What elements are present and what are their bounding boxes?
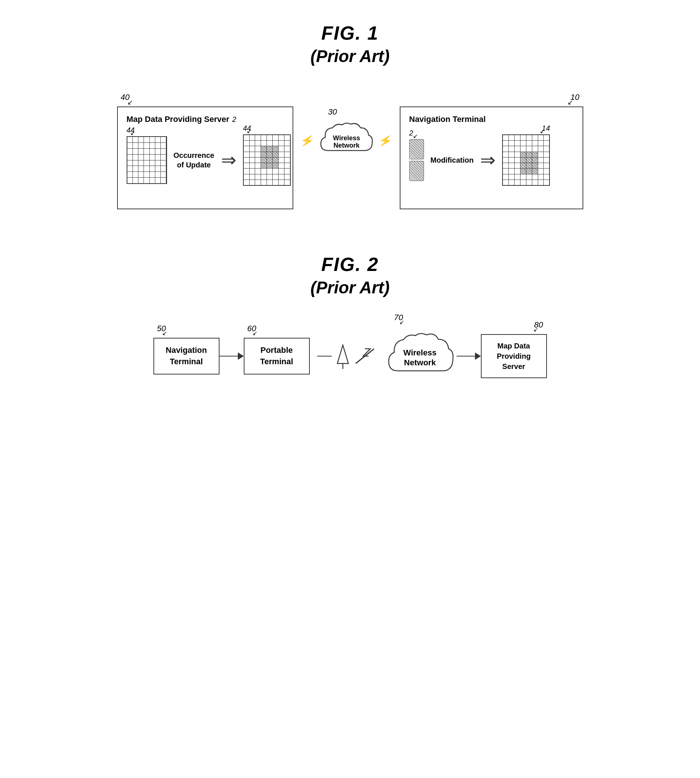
fig1-diagram: 40 ↙ Map Data Providing Server 2 44 ↙ [29,92,671,209]
signal-line-svg [354,345,376,367]
connector-1 [220,352,244,360]
cloud-svg-fig2: Wireless Network [383,331,457,382]
arrow-right-2: ⇒ [480,151,495,169]
wireless-transmission [317,343,376,369]
server-box-label: Map Data Providing Server [127,115,229,124]
page: FIG. 1 (Prior Art) 40 ↙ Map Data Providi… [0,0,700,778]
nav-inner: 2 ↙ Modification ⇒ 14 [409,134,574,186]
server-outer-box: Map Data Providing Server 2 44 ↙ // Will… [117,107,293,209]
right-grid-container: 44 ↙ [243,134,291,186]
nav-box-fig2: NavigationTerminal [153,338,220,374]
left-grid: // Will be generated by template script … [127,136,167,184]
fig1-title: FIG. 1 [321,22,378,44]
fig2-diagram: 50 ↙ NavigationTerminal 60 ↙ PortableTer… [29,331,671,382]
mapdata-box: Map DataProvidingServer [481,334,547,378]
right-grid [243,134,291,186]
left-grid-container: 44 ↙ // Will be generated by template sc… [127,136,167,184]
svg-text:Wireless: Wireless [333,134,360,142]
nav-label-fig2: NavigationTerminal [165,345,207,367]
wireless-ref: 30 [328,107,337,117]
portable-terminal-fig2: 60 ↙ PortableTerminal [244,338,310,374]
antenna-svg [335,343,350,369]
connector-2 [457,352,481,360]
cloud-svg-fig1: Wireless Network [317,121,376,160]
modification-text: Modification [430,156,474,164]
device-icon-top [409,139,424,159]
svg-text:Wireless: Wireless [403,348,436,357]
portable-label: PortableTerminal [260,345,293,367]
nav-terminal-fig2: 50 ↙ NavigationTerminal [153,338,220,374]
nav-terminal-section: 10 ↙ Navigation Terminal 2 ↙ [400,107,583,209]
nav-outer-box: Navigation Terminal 2 ↙ Modific [400,107,583,209]
arrow-right-1: ⇒ [221,151,237,169]
wireless-cloud-fig2: 70 ↙ Wireless Network [383,331,457,382]
mapdata-label: Map DataProvidingServer [497,341,530,372]
fig2-title: FIG. 2 [321,253,378,275]
occurrence-text: Occurrenceof Update [173,150,214,170]
device-icon-container: 2 ↙ [409,139,424,181]
wireless-section-fig1: ⚡ 30 Wireless Network ⚡ [301,121,392,160]
fig2-subtitle: (Prior Art) [310,277,390,297]
server-label-ref: 2 [232,115,236,124]
device-icon-bottom [409,161,424,181]
svg-text:Network: Network [333,142,360,149]
mapdata-server-fig2: 80 ↙ Map DataProvidingServer [481,334,547,378]
nav-grid-container: 14 ↙ [502,134,550,186]
lightning-right: ⚡ [378,133,393,148]
nav-box-label: Navigation Terminal [409,115,486,124]
server-inner: 44 ↙ // Will be generated by template sc… [127,134,284,186]
fig1-subtitle: (Prior Art) [310,46,390,66]
svg-text:Network: Network [404,358,436,367]
portable-box: PortableTerminal [244,338,310,374]
cloud-section: 30 Wireless Network [317,121,376,160]
lightning-left: ⚡ [300,133,315,148]
nav-grid [502,134,550,186]
svg-marker-2 [337,345,348,364]
